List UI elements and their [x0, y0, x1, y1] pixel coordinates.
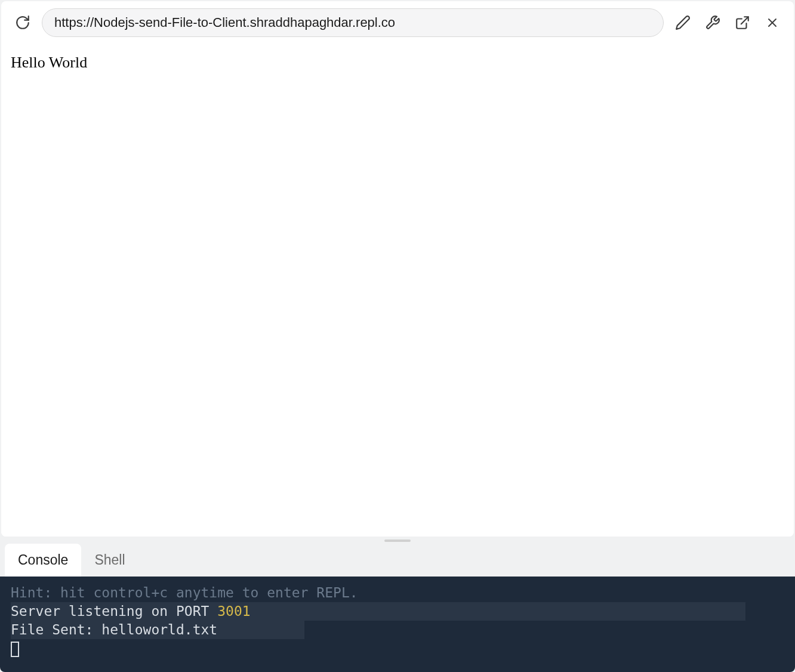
bottom-panel: Console Shell Hint: hit control+c anytim… — [0, 544, 795, 672]
close-button[interactable] — [762, 12, 783, 33]
refresh-icon — [15, 15, 30, 30]
divider-grip-icon — [384, 540, 411, 542]
wrench-icon — [705, 15, 720, 30]
console-line-filesent: File Sent: helloworld.txt — [11, 621, 784, 639]
page-body-text: Hello World — [11, 54, 784, 72]
panel-divider[interactable] — [0, 538, 795, 544]
tab-console[interactable]: Console — [5, 544, 81, 577]
cursor-icon — [11, 642, 19, 657]
console-output[interactable]: Hint: hit control+c anytime to enter REP… — [0, 577, 795, 672]
pencil-icon — [675, 15, 691, 30]
refresh-button[interactable] — [12, 12, 33, 33]
console-cursor-line — [11, 639, 784, 659]
page-content: Hello World — [1, 44, 794, 537]
svg-line-0 — [741, 17, 748, 24]
console-line-server: Server listening on PORT 3001 — [11, 602, 745, 621]
edit-button[interactable] — [672, 12, 694, 33]
console-filesent-text: File Sent: helloworld.txt — [11, 622, 217, 637]
console-server-prefix: Server listening on PORT — [11, 603, 217, 619]
browser-toolbar — [1, 1, 794, 44]
console-port-number: 3001 — [217, 603, 250, 619]
close-icon — [765, 16, 779, 30]
browser-preview-panel: Hello World — [1, 1, 794, 537]
console-hint-text: Hint: hit control+c anytime to enter REP… — [11, 585, 358, 600]
devtools-button[interactable] — [702, 12, 723, 33]
bottom-tabs: Console Shell — [0, 544, 795, 577]
external-link-icon — [735, 15, 750, 30]
toolbar-right — [672, 12, 783, 33]
url-input[interactable] — [42, 8, 664, 37]
console-line-hint: Hint: hit control+c anytime to enter REP… — [11, 584, 784, 602]
tab-shell[interactable]: Shell — [81, 544, 138, 577]
open-new-tab-button[interactable] — [732, 12, 753, 33]
